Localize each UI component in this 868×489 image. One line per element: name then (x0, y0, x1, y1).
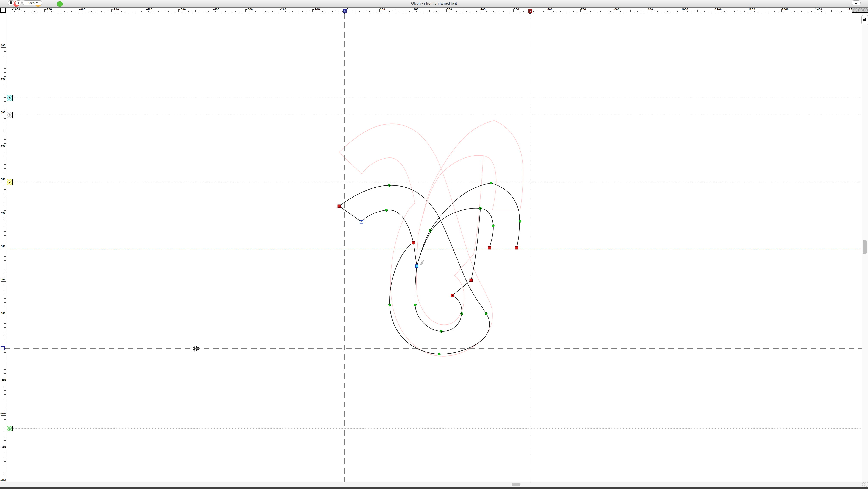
ruler-label: 600 (0, 144, 6, 148)
ruler-label: -500 (179, 8, 186, 11)
ruler-label: 100 (380, 8, 385, 11)
glyph-contour[interactable] (413, 243, 417, 266)
ruler-corner-box (0, 8, 6, 13)
background-glyph-outline (339, 121, 523, 356)
ruler-label: -100 (313, 8, 320, 11)
ruler-label: -300 (0, 445, 6, 449)
background-contour (416, 235, 474, 325)
ruler-label: 500 (514, 8, 519, 11)
glyph-edit-canvas[interactable] (0, 0, 868, 489)
glyph-contour[interactable] (339, 185, 490, 354)
pointer-tool-label: I (18, 1, 19, 5)
ruler-label: 1100 (715, 8, 722, 11)
ruler-label: -700 (112, 8, 119, 11)
ruler-label: -300 (246, 8, 253, 11)
ruler-label: -1000 (12, 8, 20, 11)
horizontal-scrollbar-thumb[interactable] (512, 483, 520, 486)
zoom-window-button[interactable] (57, 1, 63, 7)
vertical-scrollbar-thumb[interactable] (863, 240, 867, 254)
status-bar[interactable] (0, 482, 868, 488)
lock-guides-button[interactable] (8, 0, 14, 5)
metric-marker-D[interactable]: D (7, 426, 12, 431)
horizontal-ruler[interactable]: -1000-900-800-700-600-500-400-300-200-10… (0, 8, 852, 13)
vertical-ruler[interactable]: -400-300-200-100100200300400500600700800… (0, 13, 6, 483)
fontforge-glyph-window: Glyph - r from unnamed font -1000-900-80… (0, 0, 868, 489)
origin-marker[interactable]: L (343, 9, 347, 13)
control-points (338, 182, 521, 355)
lock-icon (9, 1, 12, 4)
metric-marker-C[interactable]: C (7, 112, 12, 118)
ruler-label: 500 (0, 177, 6, 181)
ruler-label: -100 (0, 378, 6, 382)
ruler-label: 100 (0, 312, 6, 315)
baseline-marker[interactable] (1, 347, 5, 351)
background-contour (418, 121, 523, 235)
vertical-scrollbar[interactable] (862, 13, 868, 483)
corner-icon-strip: THN (852, 8, 868, 13)
ruler-label: 800 (0, 77, 6, 80)
ruler-label: 900 (648, 8, 653, 11)
ruler-label: 1300 (782, 8, 788, 11)
ruler-label: 1400 (815, 8, 822, 11)
advance-width-marker[interactable]: W (528, 9, 532, 13)
zoom-level-dropdown[interactable]: 100% (23, 0, 42, 5)
ruler-label: 300 (447, 8, 452, 11)
glyph-contour[interactable] (339, 206, 413, 243)
background-contour (339, 124, 492, 356)
ruler-label: 600 (548, 8, 552, 11)
circled-t-icon: T (853, 8, 858, 12)
resize-grip[interactable] (862, 482, 868, 488)
metric-marker-x[interactable]: x (7, 179, 12, 185)
circled-h-icon: H (858, 8, 863, 12)
ruler-label: 900 (0, 44, 6, 47)
glyph-contour[interactable] (471, 208, 480, 280)
ruler-label: 300 (0, 244, 6, 248)
ruler-label: -400 (0, 479, 6, 482)
ruler-label: -200 (279, 8, 286, 11)
ruler-label: -200 (0, 412, 6, 415)
background-contour (474, 156, 483, 254)
palette-toggle-button[interactable] (861, 15, 868, 25)
ruler-label: -900 (45, 8, 52, 11)
ruler-label: -800 (79, 8, 85, 11)
ruler-label: -600 (146, 8, 152, 11)
circled-n-icon: N (863, 8, 868, 12)
pointer-tool-button[interactable]: I (15, 0, 22, 5)
chevron-down-icon (36, 2, 38, 3)
metric-marker-A[interactable]: A (7, 95, 12, 101)
ruler-label: 200 (413, 8, 418, 11)
ruler-label: 1200 (748, 8, 755, 11)
ruler-label: 700 (0, 111, 6, 114)
ruler-label: 1000 (681, 8, 688, 11)
ruler-label: 700 (581, 8, 586, 11)
window-title: Glyph - r from unnamed font (0, 1, 868, 6)
guide-lines (4, 13, 862, 483)
ruler-label: 400 (480, 8, 485, 11)
window-bottom-edge (0, 488, 868, 489)
ruler-label: 1500 (849, 8, 852, 11)
ruler-label: 200 (0, 278, 6, 281)
ruler-label: 400 (0, 211, 6, 214)
scroll-to-end-button[interactable] (851, 0, 861, 5)
pen-cursor-icon (421, 259, 424, 265)
ruler-label: 800 (615, 8, 619, 11)
zoom-level-value: 100% (27, 1, 35, 4)
title-bar[interactable]: Glyph - r from unnamed font (0, 0, 868, 8)
window-icon (863, 18, 867, 21)
background-contour (339, 152, 415, 203)
ruler-label: -400 (213, 8, 219, 11)
arrow-to-bottom-icon (855, 2, 858, 4)
glyph-contour[interactable] (415, 266, 471, 331)
